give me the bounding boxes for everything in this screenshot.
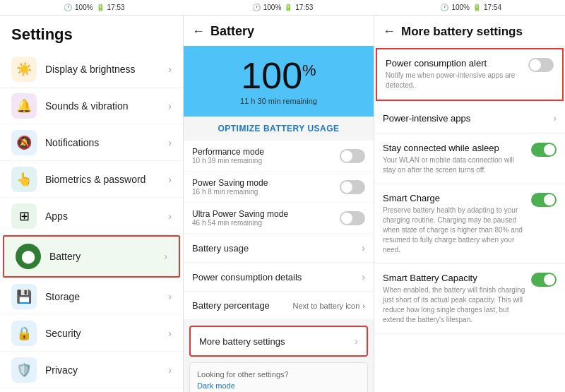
- apps-icon: ⊞: [11, 203, 37, 229]
- stay-connected-title: Stay connected while asleep: [383, 143, 525, 153]
- chevron-icon: ›: [362, 302, 365, 310]
- smart-capacity-toggle[interactable]: [531, 273, 557, 287]
- usage-label: Battery usage: [192, 243, 249, 254]
- battery-icon-left: 🔋: [96, 4, 105, 11]
- stay-connected-content: Stay connected while asleep Your WLAN or…: [383, 143, 531, 175]
- more-battery-settings-button[interactable]: More battery settings ›: [189, 326, 368, 357]
- battery-icon-mid: 🔋: [284, 4, 292, 11]
- consumption-label: Power consumption details: [192, 272, 302, 283]
- power-alert-toggle[interactable]: [528, 58, 554, 72]
- chevron-icon: ›: [168, 364, 172, 376]
- smart-charge-content: Smart Charge Preserve battery health by …: [383, 193, 531, 255]
- ultra-sub: 46 h 54 min remaining: [192, 219, 288, 227]
- biometrics-label: Biometrics & password: [45, 174, 168, 185]
- status-mid: 🕐 100% 🔋 17:53: [189, 4, 377, 11]
- sounds-label: Sounds & vibration: [45, 100, 168, 112]
- sidebar-item-display[interactable]: ☀️ Display & brightness ›: [0, 51, 183, 88]
- alarm-icon-right: 🕐: [440, 4, 448, 11]
- signal-right: 100%: [451, 4, 470, 11]
- chevron-icon: ›: [168, 64, 172, 75]
- power-alert-wrapper: Power consumption alert Notify me when p…: [376, 48, 564, 101]
- apps-label: Apps: [45, 210, 168, 222]
- powersaving-toggle[interactable]: [340, 180, 365, 194]
- battery-percent: 100%: [241, 57, 316, 94]
- left-panel: Settings ☀️ Display & brightness › 🔔 Sou…: [0, 16, 184, 392]
- chevron-icon: ›: [168, 137, 172, 148]
- biometrics-icon: 👆: [11, 167, 37, 192]
- sidebar-item-storage[interactable]: 💾 Storage ›: [0, 278, 183, 315]
- mid-panel: ← Battery 100% 11 h 30 min remaining OPT…: [184, 16, 374, 392]
- smart-capacity-desc: When enabled, the battery will finish ch…: [383, 285, 525, 325]
- status-bar: 🕐 100% 🔋 17:53 🕐 100% 🔋 17:53 🕐 100% 🔋 1…: [0, 0, 565, 16]
- sidebar-item-sounds[interactable]: 🔔 Sounds & vibration ›: [0, 88, 183, 124]
- storage-label: Storage: [45, 291, 168, 302]
- time-left: 17:53: [107, 4, 125, 11]
- security-label: Security: [45, 328, 168, 339]
- smart-capacity-title: Smart Battery Capacity: [383, 273, 525, 283]
- power-alert-desc: Notify me when power-intensive apps are …: [386, 71, 523, 90]
- more-battery-label: More battery settings: [199, 336, 285, 347]
- time-mid: 17:53: [295, 4, 313, 11]
- battery-mode-powersaving: Power Saving mode 16 h 8 min remaining: [184, 172, 374, 202]
- power-consumption-item[interactable]: Power consumption details ›: [184, 263, 374, 291]
- chevron-icon: ›: [168, 328, 172, 339]
- looking-for-section: Looking for other settings? Dark mode Sc…: [189, 362, 368, 392]
- sidebar-item-apps[interactable]: ⊞ Apps ›: [0, 198, 183, 234]
- stay-connected-toggle[interactable]: [531, 143, 557, 157]
- performance-label: Performance mode: [192, 147, 264, 157]
- performance-sub: 10 h 39 min remaining: [192, 157, 264, 165]
- percentage-label: Battery percentage: [192, 300, 270, 311]
- chevron-icon: ›: [553, 112, 557, 124]
- notifications-label: Notifications: [45, 137, 168, 148]
- battery-icon: ⬤: [16, 244, 41, 269]
- stay-connected-setting: Stay connected while asleep Your WLAN or…: [374, 134, 565, 184]
- chevron-icon: ›: [355, 335, 358, 347]
- notifications-icon: 🔕: [11, 130, 37, 155]
- privacy-label: Privacy: [45, 364, 168, 376]
- battery-title: Battery: [210, 24, 254, 39]
- sidebar-item-security[interactable]: 🔒 Security ›: [0, 315, 183, 352]
- chevron-icon: ›: [168, 100, 172, 112]
- battery-label: Battery: [49, 251, 164, 262]
- battery-percentage-item[interactable]: Battery percentage Next to battery icon …: [184, 292, 374, 319]
- smart-charge-setting: Smart Charge Preserve battery health by …: [374, 184, 565, 264]
- dark-mode-link[interactable]: Dark mode: [197, 381, 360, 390]
- time-right: 17:54: [484, 4, 501, 11]
- optimize-button[interactable]: OPTIMIZE BATTERY USAGE: [218, 124, 339, 133]
- powersaving-sub: 16 h 8 min remaining: [192, 188, 268, 196]
- right-panel: ← More battery settings Power consumptio…: [374, 16, 565, 392]
- battery-mode-ultra: Ultra Power Saving mode 46 h 54 min rema…: [184, 203, 374, 233]
- smart-charge-title: Smart Charge: [383, 193, 525, 203]
- ultra-toggle[interactable]: [340, 211, 365, 225]
- smart-charge-toggle[interactable]: [531, 193, 557, 207]
- chevron-icon: ›: [362, 271, 365, 283]
- sidebar-item-battery[interactable]: ⬤ Battery ›: [4, 237, 179, 276]
- chevron-icon: ›: [168, 210, 172, 222]
- smart-charge-desc: Preserve battery health by adapting to y…: [383, 206, 525, 255]
- sidebar-item-privacy[interactable]: 🛡️ Privacy ›: [0, 352, 183, 388]
- back-arrow-right[interactable]: ←: [383, 24, 396, 39]
- display-icon: ☀️: [11, 57, 37, 82]
- storage-icon: 💾: [11, 284, 37, 309]
- signal-mid: 100%: [263, 4, 282, 11]
- smart-capacity-setting: Smart Battery Capacity When enabled, the…: [374, 264, 565, 334]
- more-battery-header: ← More battery settings: [374, 16, 565, 47]
- back-arrow-mid[interactable]: ←: [192, 24, 205, 39]
- power-intensive-item[interactable]: Power-intensive apps ›: [374, 102, 565, 134]
- sidebar-item-digital[interactable]: ⏱️ Digital Balance ›: [0, 388, 183, 392]
- performance-toggle[interactable]: [340, 149, 365, 163]
- alarm-icon-mid: 🕐: [252, 4, 261, 11]
- chevron-icon: ›: [362, 242, 365, 254]
- battery-icon-right: 🔋: [472, 4, 481, 11]
- sidebar-item-notifications[interactable]: 🔕 Notifications ›: [0, 124, 183, 161]
- alarm-icon-left: 🕐: [64, 4, 72, 11]
- battery-mode-performance: Performance mode 10 h 39 min remaining: [184, 141, 374, 171]
- battery-header: ← Battery: [184, 16, 374, 46]
- battery-usage-item[interactable]: Battery usage ›: [184, 234, 374, 262]
- power-intensive-title: Power-intensive apps: [383, 113, 470, 124]
- chevron-icon: ›: [168, 291, 172, 302]
- privacy-icon: 🛡️: [11, 357, 37, 383]
- sounds-icon: 🔔: [11, 93, 37, 119]
- power-alert-content: Power consumption alert Notify me when p…: [386, 58, 528, 90]
- sidebar-item-biometrics[interactable]: 👆 Biometrics & password ›: [0, 161, 183, 198]
